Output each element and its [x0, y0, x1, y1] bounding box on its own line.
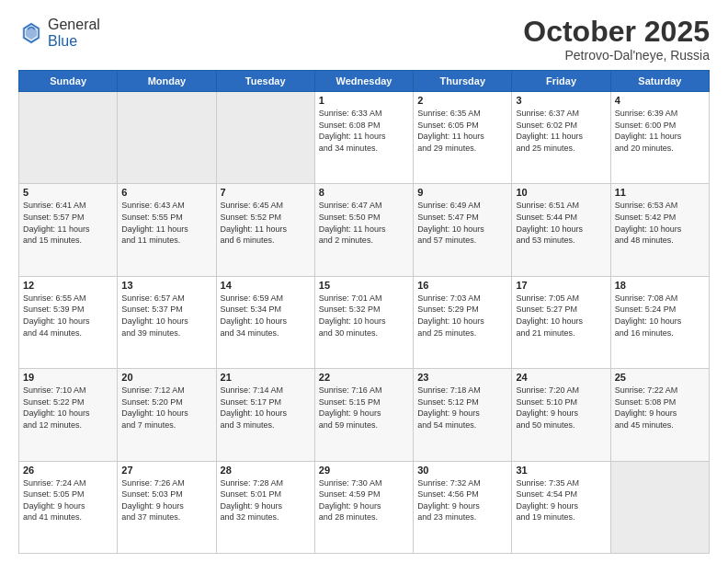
day-number: 31	[516, 465, 606, 476]
title-block: October 2025 Petrovo-Dal'neye, Russia	[523, 17, 710, 63]
day-info: Sunrise: 6:47 AM Sunset: 5:50 PM Dayligh…	[319, 200, 409, 246]
day-info: Sunrise: 6:59 AM Sunset: 5:34 PM Dayligh…	[221, 293, 311, 339]
logo-blue: Blue	[48, 33, 77, 49]
location: Petrovo-Dal'neye, Russia	[523, 48, 710, 63]
calendar-cell	[610, 461, 709, 553]
day-number: 12	[23, 280, 113, 291]
calendar-week-5: 26Sunrise: 7:24 AM Sunset: 5:05 PM Dayli…	[19, 461, 710, 553]
day-number: 5	[23, 187, 113, 198]
day-number: 16	[417, 280, 507, 291]
calendar-cell: 19Sunrise: 7:10 AM Sunset: 5:22 PM Dayli…	[19, 369, 118, 461]
calendar-cell: 8Sunrise: 6:47 AM Sunset: 5:50 PM Daylig…	[314, 184, 413, 276]
calendar-cell: 22Sunrise: 7:16 AM Sunset: 5:15 PM Dayli…	[314, 369, 413, 461]
month-title: October 2025	[523, 17, 710, 46]
day-info: Sunrise: 7:26 AM Sunset: 5:03 PM Dayligh…	[121, 477, 211, 523]
calendar-cell: 12Sunrise: 6:55 AM Sunset: 5:39 PM Dayli…	[19, 276, 118, 368]
day-info: Sunrise: 6:39 AM Sunset: 6:00 PM Dayligh…	[615, 108, 705, 154]
day-number: 20	[121, 372, 211, 383]
calendar-cell: 21Sunrise: 7:14 AM Sunset: 5:17 PM Dayli…	[216, 369, 314, 461]
day-number: 21	[221, 372, 311, 383]
day-number: 15	[319, 280, 409, 291]
day-number: 18	[615, 280, 705, 291]
logo: General Blue	[18, 17, 100, 50]
calendar-cell: 28Sunrise: 7:28 AM Sunset: 5:01 PM Dayli…	[216, 461, 314, 553]
day-info: Sunrise: 7:18 AM Sunset: 5:12 PM Dayligh…	[417, 385, 507, 431]
calendar-cell: 24Sunrise: 7:20 AM Sunset: 5:10 PM Dayli…	[512, 369, 610, 461]
calendar-cell: 20Sunrise: 7:12 AM Sunset: 5:20 PM Dayli…	[118, 369, 216, 461]
day-info: Sunrise: 7:16 AM Sunset: 5:15 PM Dayligh…	[319, 385, 409, 431]
day-info: Sunrise: 7:08 AM Sunset: 5:24 PM Dayligh…	[615, 293, 705, 339]
calendar-cell: 10Sunrise: 6:51 AM Sunset: 5:44 PM Dayli…	[512, 184, 610, 276]
day-number: 27	[121, 465, 211, 476]
day-number: 4	[615, 95, 705, 106]
col-header-sunday: Sunday	[19, 71, 118, 92]
col-header-friday: Friday	[512, 71, 610, 92]
header: General Blue October 2025 Petrovo-Dal'ne…	[18, 17, 710, 63]
calendar-cell: 23Sunrise: 7:18 AM Sunset: 5:12 PM Dayli…	[414, 369, 512, 461]
col-header-monday: Monday	[118, 71, 216, 92]
day-number: 22	[319, 372, 409, 383]
day-info: Sunrise: 7:28 AM Sunset: 5:01 PM Dayligh…	[221, 477, 311, 523]
day-number: 10	[516, 187, 606, 198]
day-info: Sunrise: 6:55 AM Sunset: 5:39 PM Dayligh…	[23, 293, 113, 339]
calendar-cell: 29Sunrise: 7:30 AM Sunset: 4:59 PM Dayli…	[314, 461, 413, 553]
calendar-cell: 15Sunrise: 7:01 AM Sunset: 5:32 PM Dayli…	[314, 276, 413, 368]
calendar-cell: 4Sunrise: 6:39 AM Sunset: 6:00 PM Daylig…	[610, 92, 709, 184]
calendar-week-1: 1Sunrise: 6:33 AM Sunset: 6:08 PM Daylig…	[19, 92, 710, 184]
day-info: Sunrise: 6:33 AM Sunset: 6:08 PM Dayligh…	[319, 108, 409, 154]
calendar-cell: 30Sunrise: 7:32 AM Sunset: 4:56 PM Dayli…	[414, 461, 512, 553]
day-number: 8	[319, 187, 409, 198]
day-number: 24	[516, 372, 606, 383]
calendar-cell: 17Sunrise: 7:05 AM Sunset: 5:27 PM Dayli…	[512, 276, 610, 368]
calendar-week-2: 5Sunrise: 6:41 AM Sunset: 5:57 PM Daylig…	[19, 184, 710, 276]
day-number: 7	[221, 187, 311, 198]
day-number: 6	[121, 187, 211, 198]
calendar-cell: 1Sunrise: 6:33 AM Sunset: 6:08 PM Daylig…	[314, 92, 413, 184]
calendar-cell	[118, 92, 216, 184]
day-info: Sunrise: 7:05 AM Sunset: 5:27 PM Dayligh…	[516, 293, 606, 339]
calendar-cell: 27Sunrise: 7:26 AM Sunset: 5:03 PM Dayli…	[118, 461, 216, 553]
calendar-cell	[19, 92, 118, 184]
day-number: 2	[417, 95, 507, 106]
page: General Blue October 2025 Petrovo-Dal'ne…	[0, 0, 728, 563]
day-info: Sunrise: 7:20 AM Sunset: 5:10 PM Dayligh…	[516, 385, 606, 431]
day-number: 28	[221, 465, 311, 476]
col-header-wednesday: Wednesday	[314, 71, 413, 92]
day-info: Sunrise: 7:14 AM Sunset: 5:17 PM Dayligh…	[221, 385, 311, 431]
day-info: Sunrise: 6:45 AM Sunset: 5:52 PM Dayligh…	[221, 200, 311, 246]
calendar-week-3: 12Sunrise: 6:55 AM Sunset: 5:39 PM Dayli…	[19, 276, 710, 368]
day-info: Sunrise: 6:35 AM Sunset: 6:05 PM Dayligh…	[417, 108, 507, 154]
calendar-cell: 18Sunrise: 7:08 AM Sunset: 5:24 PM Dayli…	[610, 276, 709, 368]
calendar-cell	[216, 92, 314, 184]
calendar-cell: 6Sunrise: 6:43 AM Sunset: 5:55 PM Daylig…	[118, 184, 216, 276]
calendar-cell: 26Sunrise: 7:24 AM Sunset: 5:05 PM Dayli…	[19, 461, 118, 553]
day-info: Sunrise: 7:32 AM Sunset: 4:56 PM Dayligh…	[417, 477, 507, 523]
logo-general: General	[48, 17, 100, 32]
day-number: 29	[319, 465, 409, 476]
day-info: Sunrise: 7:22 AM Sunset: 5:08 PM Dayligh…	[615, 385, 705, 431]
calendar-cell: 14Sunrise: 6:59 AM Sunset: 5:34 PM Dayli…	[216, 276, 314, 368]
calendar-cell: 9Sunrise: 6:49 AM Sunset: 5:47 PM Daylig…	[414, 184, 512, 276]
day-info: Sunrise: 6:49 AM Sunset: 5:47 PM Dayligh…	[417, 200, 507, 246]
day-number: 11	[615, 187, 705, 198]
calendar-header-row: SundayMondayTuesdayWednesdayThursdayFrid…	[19, 71, 710, 92]
calendar-table: SundayMondayTuesdayWednesdayThursdayFrid…	[18, 70, 710, 554]
calendar-cell: 11Sunrise: 6:53 AM Sunset: 5:42 PM Dayli…	[610, 184, 709, 276]
day-number: 13	[121, 280, 211, 291]
calendar-cell: 25Sunrise: 7:22 AM Sunset: 5:08 PM Dayli…	[610, 369, 709, 461]
calendar-cell: 2Sunrise: 6:35 AM Sunset: 6:05 PM Daylig…	[414, 92, 512, 184]
day-info: Sunrise: 6:53 AM Sunset: 5:42 PM Dayligh…	[615, 200, 705, 246]
day-number: 26	[23, 465, 113, 476]
day-info: Sunrise: 7:10 AM Sunset: 5:22 PM Dayligh…	[23, 385, 113, 431]
calendar-cell: 13Sunrise: 6:57 AM Sunset: 5:37 PM Dayli…	[118, 276, 216, 368]
calendar-cell: 3Sunrise: 6:37 AM Sunset: 6:02 PM Daylig…	[512, 92, 610, 184]
calendar-cell: 5Sunrise: 6:41 AM Sunset: 5:57 PM Daylig…	[19, 184, 118, 276]
day-info: Sunrise: 7:24 AM Sunset: 5:05 PM Dayligh…	[23, 477, 113, 523]
day-info: Sunrise: 6:41 AM Sunset: 5:57 PM Dayligh…	[23, 200, 113, 246]
logo-text: General Blue	[48, 17, 100, 50]
calendar-cell: 7Sunrise: 6:45 AM Sunset: 5:52 PM Daylig…	[216, 184, 314, 276]
day-info: Sunrise: 6:51 AM Sunset: 5:44 PM Dayligh…	[516, 200, 606, 246]
day-info: Sunrise: 6:43 AM Sunset: 5:55 PM Dayligh…	[121, 200, 211, 246]
day-number: 3	[516, 95, 606, 106]
day-info: Sunrise: 7:03 AM Sunset: 5:29 PM Dayligh…	[417, 293, 507, 339]
